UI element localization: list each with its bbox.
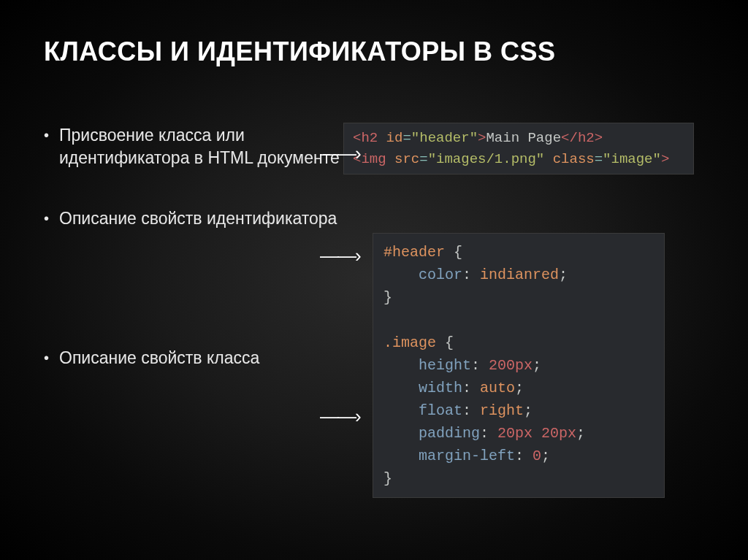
bullet-text: Описание свойств идентификатора bbox=[59, 207, 337, 230]
bullet-text: Описание свойств класса bbox=[59, 347, 259, 369]
bullet-item: • Описание свойств идентификатора bbox=[44, 207, 343, 230]
bullet-dot-icon: • bbox=[44, 124, 49, 146]
bullet-dot-icon: • bbox=[44, 347, 49, 369]
bullet-dot-icon: • bbox=[44, 207, 49, 229]
slide-title: КЛАССЫ И ИДЕНТИФИКАТОРЫ В CSS bbox=[44, 37, 704, 67]
bullet-list: • Присвоение класса или идентификатора в… bbox=[44, 118, 343, 498]
arrow-icon: ——› bbox=[320, 142, 360, 165]
code-css-snippet: #header { color: indianred; } .image { h… bbox=[373, 233, 665, 498]
bullet-item: • Описание свойств класса bbox=[44, 347, 343, 369]
arrow-icon: ——› bbox=[320, 245, 360, 267]
bullet-item: • Присвоение класса или идентификатора в… bbox=[44, 124, 343, 169]
code-html-snippet: <h2 id="header">Main Page</h2> <img src=… bbox=[343, 123, 694, 174]
bullet-text: Присвоение класса или идентификатора в H… bbox=[59, 124, 343, 169]
arrow-icon: ——› bbox=[320, 405, 360, 428]
